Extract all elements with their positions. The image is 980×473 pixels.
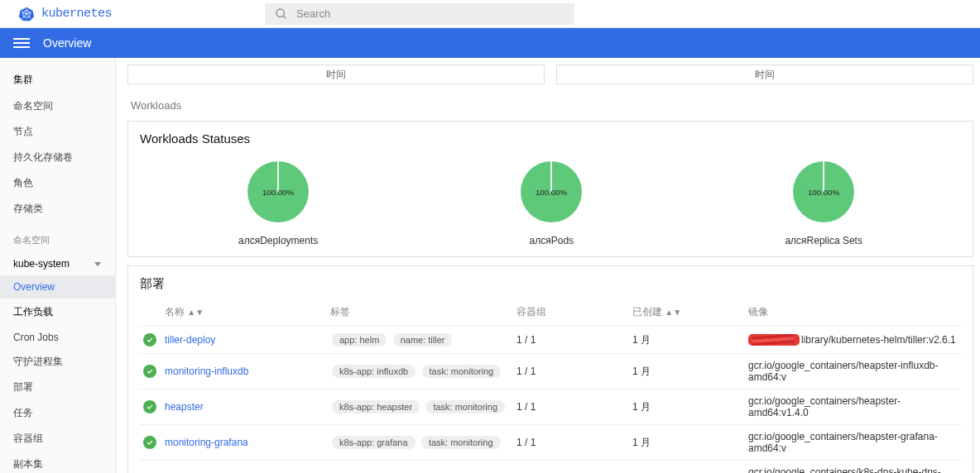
- sidebar-item-nodes[interactable]: 节点: [0, 119, 115, 145]
- time-panel-1: 时间: [127, 64, 545, 84]
- title-bar: Overview: [0, 28, 980, 58]
- created-cell: 1 月: [629, 389, 745, 425]
- col-name[interactable]: 名称: [165, 306, 185, 318]
- pods-cell: 1 / 1: [513, 354, 629, 389]
- hamburger-icon[interactable]: [13, 35, 30, 51]
- sidebar-item-replicasets[interactable]: 副本集: [0, 452, 115, 473]
- redacted-mark: [748, 334, 800, 346]
- table-row: kube-dnsaddonmanager.kubernetes.io/mode:…: [140, 461, 961, 474]
- sidebar-cluster-header: 集群: [0, 66, 115, 93]
- search-input[interactable]: Search: [265, 3, 574, 25]
- status-donut: 100.00%алсяDeployments: [238, 155, 318, 246]
- status-donut: 100.00%алсяReplica Sets: [785, 155, 862, 246]
- logo: kubernetes: [0, 6, 265, 22]
- sidebar-item-pods[interactable]: 容器组: [0, 426, 115, 452]
- image-cell: gcr.io/google_containers/k8s-dns-kube-dn…: [745, 461, 961, 474]
- namespace-select[interactable]: kube-system: [0, 252, 115, 275]
- sidebar-ns-header: 命名空间: [0, 228, 115, 252]
- label-tag: task: monitoring: [421, 436, 501, 449]
- namespace-selected: kube-system: [13, 258, 70, 270]
- label-tag: task: monitoring: [425, 400, 505, 413]
- search-placeholder: Search: [296, 7, 330, 20]
- table-row: monitoring-grafanak8s-app: grafana task:…: [140, 425, 961, 461]
- app-name: kubernetes: [41, 7, 112, 21]
- table-row: monitoring-influxdbk8s-app: influxdb tas…: [140, 354, 961, 389]
- label-tag: k8s-app: heapster: [332, 400, 420, 413]
- sidebar-item-pv[interactable]: 持久化存储卷: [0, 145, 115, 170]
- deployments-table: 名称 ▲▼ 标签 容器组 已创建 ▲▼ 镜像 tiller-deployapp:…: [140, 299, 961, 473]
- search-icon: [275, 7, 288, 21]
- deployment-link[interactable]: heapster: [165, 401, 204, 413]
- svg-marker-9: [94, 262, 101, 266]
- created-cell: 1 月: [629, 425, 745, 461]
- table-row: heapsterk8s-app: heapster task: monitori…: [140, 389, 961, 425]
- sidebar-item-storageclasses[interactable]: 存储类: [0, 196, 115, 222]
- label-tag: k8s-app: influxdb: [332, 365, 416, 378]
- deployments-title: 部署: [140, 276, 961, 292]
- sidebar: 集群 命名空间 节点 持久化存储卷 角色 存储类 命名空间 kube-syste…: [0, 58, 116, 473]
- status-donut: 100.00%алсяPods: [515, 155, 588, 246]
- workloads-statuses-card: Workloads Statuses 100.00%алсяDeployment…: [127, 121, 973, 257]
- svg-text:100.00%: 100.00%: [262, 188, 295, 197]
- created-cell: 1 月: [629, 327, 745, 354]
- sidebar-item-roles[interactable]: 角色: [0, 170, 115, 196]
- pods-cell: 1 / 1: [513, 389, 629, 425]
- sidebar-item-daemonsets[interactable]: 守护进程集: [0, 349, 115, 375]
- k8s-icon: [18, 6, 35, 22]
- svg-text:100.00%: 100.00%: [536, 188, 568, 197]
- created-cell: 1 月: [629, 354, 745, 389]
- status-ok-icon: [143, 365, 156, 378]
- sidebar-item-deployments[interactable]: 部署: [0, 375, 115, 400]
- col-images: 镜像: [748, 306, 768, 318]
- deployment-link[interactable]: monitoring-influxdb: [165, 366, 248, 377]
- image-cell: library/kubernetes-helm/tiller:v2.6.1: [745, 327, 961, 354]
- image-cell: gcr.io/google_containers/heapster-influx…: [745, 354, 961, 389]
- col-created[interactable]: 已创建: [632, 306, 662, 318]
- chevron-down-icon: [94, 260, 102, 268]
- status-ok-icon: [143, 333, 156, 346]
- sort-icon[interactable]: ▲▼: [665, 308, 681, 317]
- sidebar-item-overview[interactable]: Overview: [0, 275, 115, 299]
- svg-line-8: [283, 16, 286, 18]
- label-tag: name: tiller: [393, 333, 453, 346]
- label-tag: app: helm: [332, 333, 387, 346]
- svg-text:100.00%: 100.00%: [808, 188, 840, 197]
- deployments-card: 部署 名称 ▲▼ 标签 容器组 已创建 ▲▼ 镜像 tiller-deploya…: [127, 265, 973, 473]
- label-tag: task: monitoring: [422, 365, 502, 378]
- main-area: 时间 时间 Workloads Workloads Statuses 100.0…: [116, 58, 980, 473]
- label-tag: k8s-app: grafana: [332, 436, 416, 449]
- donut-label: алсяDeployments: [238, 235, 318, 246]
- pods-cell: 1 / 1: [513, 461, 629, 474]
- created-cell: 1 月: [629, 461, 745, 474]
- pods-cell: 1 / 1: [513, 327, 629, 354]
- sidebar-item-cronjobs[interactable]: Cron Jobs: [0, 326, 115, 349]
- status-ok-icon: [143, 436, 156, 449]
- deployment-link[interactable]: monitoring-grafana: [165, 437, 248, 448]
- page-title: Overview: [43, 36, 91, 50]
- svg-point-7: [276, 9, 284, 17]
- donut-label: алсяPods: [530, 235, 574, 246]
- statuses-title: Workloads Statuses: [140, 131, 961, 146]
- sidebar-item-jobs[interactable]: 任务: [0, 400, 115, 426]
- time-panel-2: 时间: [556, 64, 973, 84]
- sort-icon[interactable]: ▲▼: [187, 308, 204, 317]
- col-pods: 容器组: [516, 306, 546, 318]
- col-labels: 标签: [330, 306, 350, 318]
- status-ok-icon: [143, 400, 156, 413]
- image-cell: gcr.io/google_containers/heapster-amd64:…: [745, 389, 961, 425]
- image-cell: gcr.io/google_containers/heapster-grafan…: [745, 425, 961, 461]
- donut-label: алсяReplica Sets: [785, 235, 862, 246]
- sidebar-workload-header[interactable]: 工作负载: [0, 299, 115, 326]
- deployment-link[interactable]: tiller-deploy: [165, 334, 215, 346]
- workloads-section-label: Workloads: [127, 90, 973, 121]
- sidebar-item-namespaces[interactable]: 命名空间: [0, 93, 115, 119]
- pods-cell: 1 / 1: [513, 425, 629, 461]
- table-row: tiller-deployapp: helm name: tiller1 / 1…: [140, 327, 961, 354]
